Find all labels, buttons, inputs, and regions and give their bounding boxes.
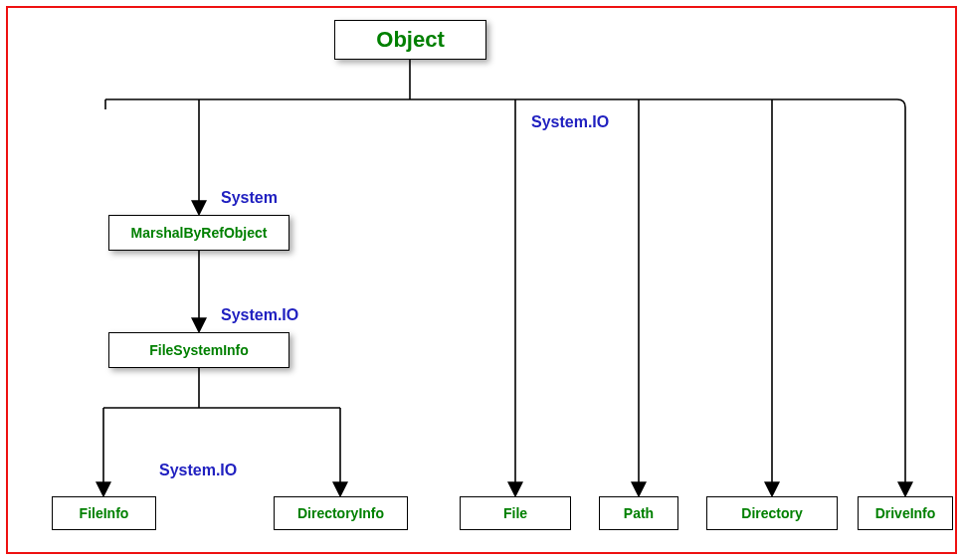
diagram-canvas: Object System.IO System System.IO System… <box>0 0 963 560</box>
node-object-label: Object <box>376 27 444 53</box>
ns-label-top-systemio: System.IO <box>531 113 609 131</box>
ns-label-system: System <box>221 189 278 207</box>
node-marshal-by-ref-object: MarshalByRefObject <box>108 215 289 251</box>
node-drive-info-label: DriveInfo <box>875 505 936 521</box>
ns-label-bottom-systemio: System.IO <box>159 462 237 479</box>
node-directory: Directory <box>706 496 838 530</box>
node-path-label: Path <box>624 505 654 521</box>
node-file-system-info: FileSystemInfo <box>108 332 289 368</box>
node-directory-label: Directory <box>741 505 802 521</box>
node-object: Object <box>334 20 486 60</box>
outer-frame <box>6 6 957 554</box>
node-marshal-by-ref-object-label: MarshalByRefObject <box>131 225 268 241</box>
node-path: Path <box>599 496 678 530</box>
node-directory-info-label: DirectoryInfo <box>297 505 384 521</box>
node-file-info: FileInfo <box>52 496 156 530</box>
node-file-label: File <box>503 505 527 521</box>
node-drive-info: DriveInfo <box>858 496 953 530</box>
node-file: File <box>460 496 571 530</box>
node-file-system-info-label: FileSystemInfo <box>149 342 249 358</box>
ns-label-mid-systemio: System.IO <box>221 306 298 324</box>
node-directory-info: DirectoryInfo <box>274 496 408 530</box>
node-file-info-label: FileInfo <box>80 505 129 521</box>
